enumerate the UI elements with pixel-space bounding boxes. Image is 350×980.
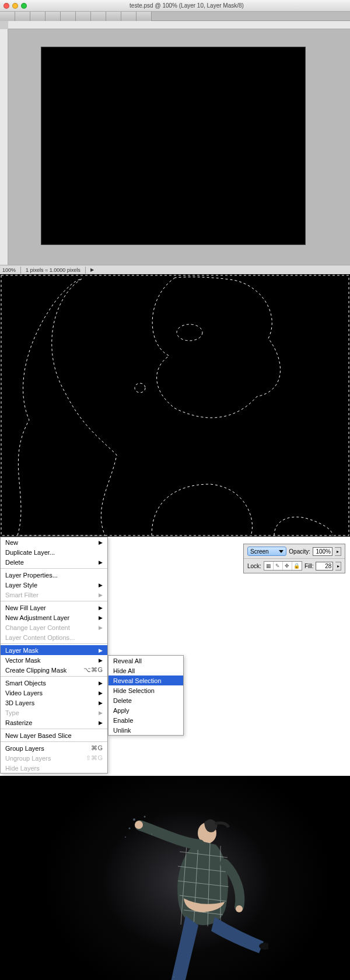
option-slot[interactable] — [136, 12, 152, 21]
submenu-item[interactable]: Hide Selection — [108, 685, 183, 695]
canvas-with-selection[interactable] — [0, 274, 350, 537]
lock-buttons: ▦ ✎ ✥ 🔒 — [264, 561, 302, 570]
menu-item: Smart Filter▶ — [1, 590, 107, 600]
svg-rect-3 — [0, 274, 350, 537]
menu-item[interactable]: Group Layers⌘G — [1, 743, 107, 753]
menu-item[interactable]: Rasterize▶ — [1, 718, 107, 727]
option-slot[interactable] — [30, 12, 46, 21]
menu-item: Type▶ — [1, 708, 107, 718]
submenu-item: Enable — [108, 715, 183, 725]
menu-item[interactable]: Layer Style▶ — [1, 580, 107, 590]
chevron-right-icon: ▶ — [99, 605, 103, 611]
fill-input[interactable]: 28 — [316, 562, 333, 570]
option-slot[interactable] — [76, 12, 91, 21]
option-slot[interactable] — [61, 12, 76, 21]
chevron-right-icon: ▶ — [99, 657, 103, 663]
menu-item[interactable]: Vector Mask▶ — [1, 655, 107, 665]
blend-mode-value: Screen — [250, 548, 269, 555]
menu-item: Hide Layers — [1, 763, 107, 773]
fill-label: Fill: — [304, 563, 314, 569]
menu-item[interactable]: Delete▶ — [1, 557, 107, 567]
svg-point-20 — [135, 821, 143, 829]
minimize-icon[interactable] — [12, 3, 18, 9]
menu-item: Layer Content Options... — [1, 632, 107, 642]
ruler-vertical — [0, 29, 8, 265]
lock-pixels-icon[interactable]: ✎ — [274, 562, 283, 570]
chevron-right-icon: ▶ — [99, 720, 103, 726]
option-slot[interactable] — [106, 12, 121, 21]
svg-point-25 — [129, 828, 131, 830]
chevron-right-icon: ▶ — [99, 559, 103, 565]
lock-all-icon[interactable]: 🔒 — [292, 562, 302, 570]
options-bar — [0, 12, 350, 21]
titlebar: teste.psd @ 100% (Layer 10, Layer Mask/8… — [0, 0, 350, 12]
submenu-item[interactable]: Reveal All — [108, 656, 183, 666]
option-slot[interactable] — [121, 12, 136, 21]
window-controls — [4, 3, 27, 9]
menu-item[interactable]: Smart Objects▶ — [1, 678, 107, 688]
chevron-right-icon[interactable]: ▶ — [90, 267, 94, 272]
svg-point-24 — [133, 818, 135, 821]
menu-item[interactable]: Create Clipping Mask⌥⌘G — [1, 665, 107, 675]
layer-context-menu[interactable]: New▶Duplicate Layer...Delete▶Layer Prope… — [0, 537, 108, 774]
submenu-item[interactable]: Reveal Selection — [108, 676, 183, 685]
option-slot[interactable] — [15, 12, 30, 21]
chevron-right-icon: ▶ — [99, 540, 103, 545]
fill-stepper[interactable]: ▸ — [335, 562, 341, 570]
lock-transparency-icon[interactable]: ▦ — [264, 562, 274, 570]
tool-preset[interactable] — [0, 12, 15, 21]
menu-item[interactable]: New Fill Layer▶ — [1, 603, 107, 612]
zoom-level[interactable]: 100% — [2, 267, 16, 273]
svg-rect-1 — [41, 47, 305, 244]
chevron-right-icon: ▶ — [99, 625, 103, 631]
menu-item[interactable]: Video Layers▶ — [1, 688, 107, 698]
close-icon[interactable] — [4, 3, 9, 9]
menu-item[interactable]: New Adjustment Layer▶ — [1, 612, 107, 622]
svg-point-27 — [151, 834, 152, 835]
svg-point-21 — [236, 905, 243, 912]
submenu-item: Unlink — [108, 725, 183, 735]
menu-item[interactable]: Layer Mask▶ — [1, 645, 107, 655]
scale-info: 1 pixels = 1.0000 pixels — [26, 267, 80, 273]
chevron-right-icon: ▶ — [99, 700, 103, 706]
layer-mask-submenu[interactable]: Reveal AllHide AllReveal SelectionHide S… — [108, 655, 184, 736]
chevron-right-icon: ▶ — [99, 615, 103, 621]
person-figure — [117, 811, 268, 980]
menu-and-panel-row: New▶Duplicate Layer...Delete▶Layer Prope… — [0, 537, 350, 776]
photoshop-window: teste.psd @ 100% (Layer 10, Layer Mask/8… — [0, 0, 350, 274]
chevron-right-icon: ▶ — [99, 710, 103, 716]
opacity-stepper[interactable]: ▸ — [335, 547, 341, 556]
menu-item: Ungroup Layers⇧⌘G — [1, 753, 107, 763]
menu-item[interactable]: Duplicate Layer... — [1, 547, 107, 557]
submenu-item: Apply — [108, 705, 183, 715]
chevron-right-icon: ▶ — [99, 582, 103, 588]
lock-label: Lock: — [247, 563, 261, 569]
option-slot[interactable] — [46, 12, 61, 21]
opacity-input[interactable]: 100% — [313, 547, 332, 556]
svg-point-28 — [125, 836, 126, 838]
menu-item[interactable]: Layer Properties... — [1, 570, 107, 580]
document-canvas[interactable] — [41, 47, 306, 245]
result-preview: 思缘设计论坛 WWW.MISSYUAN.COM — [0, 776, 350, 980]
svg-point-26 — [144, 816, 146, 818]
status-bar: 100% 1 pixels = 1.0000 pixels ▶ — [0, 265, 350, 274]
submenu-item[interactable]: Hide All — [108, 666, 183, 676]
option-slot[interactable] — [91, 12, 106, 21]
chevron-down-icon — [279, 550, 284, 553]
chevron-right-icon: ▶ — [99, 592, 103, 598]
chevron-right-icon: ▶ — [99, 690, 103, 696]
menu-item: Change Layer Content▶ — [1, 622, 107, 632]
submenu-item: Delete — [108, 695, 183, 705]
window-title: teste.psd @ 100% (Layer 10, Layer Mask/8… — [27, 2, 346, 9]
zoom-icon[interactable] — [21, 3, 27, 9]
opacity-label: Opacity: — [289, 548, 310, 555]
svg-point-32 — [173, 977, 174, 978]
lock-position-icon[interactable]: ✥ — [283, 562, 292, 570]
layers-panel: Screen Opacity: 100% ▸ Lock: ▦ ✎ ✥ 🔒 Fil… — [243, 544, 345, 573]
blend-mode-select[interactable]: Screen — [247, 547, 286, 556]
chevron-right-icon: ▶ — [99, 648, 103, 653]
menu-item[interactable]: New▶ — [1, 537, 107, 547]
canvas-workspace[interactable] — [8, 29, 350, 265]
menu-item[interactable]: 3D Layers▶ — [1, 698, 107, 708]
menu-item[interactable]: New Layer Based Slice — [1, 730, 107, 740]
